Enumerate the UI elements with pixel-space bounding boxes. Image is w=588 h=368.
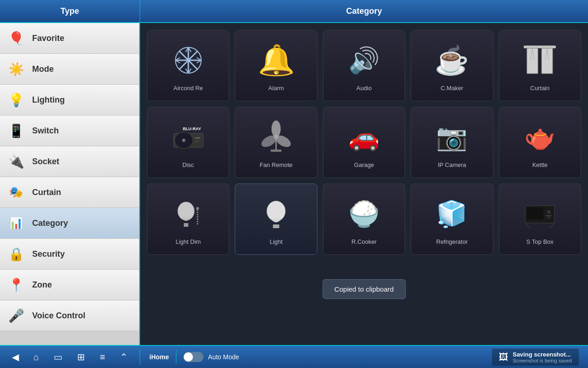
sidebar-item-socket[interactable]: 🔌 Socket [0, 146, 139, 177]
alarm-icon: 🔔 [255, 40, 297, 81]
svg-rect-45 [527, 207, 543, 219]
switch-icon: 📱 [7, 121, 25, 140]
sidebar-label-mode: Mode [32, 64, 54, 74]
curtain-sidebar-icon: 🎭 [7, 183, 25, 201]
svg-rect-42 [273, 224, 279, 226]
svg-rect-14 [527, 48, 538, 74]
lightdim-label: Light Dim [175, 238, 201, 245]
screenshot-title: Saving screenshot... [513, 351, 572, 358]
stb-label: S Top Box [526, 238, 554, 245]
header-category: Category [140, 0, 588, 22]
rcooker-icon: 🍚 [343, 193, 384, 235]
svg-line-50 [549, 223, 554, 229]
sidebar-label-switch: Switch [32, 126, 59, 136]
svg-rect-28 [195, 137, 200, 139]
cmaker-icon: ☕ [431, 40, 473, 81]
svg-point-47 [548, 216, 550, 219]
sidebar-item-favorite[interactable]: 🎈 Favorite [0, 23, 139, 54]
fridge-icon: 🧊 [431, 193, 473, 235]
alarm-label: Alarm [268, 85, 284, 92]
sidebar-label-security: Security [32, 249, 65, 259]
screenshot-button[interactable]: ⊞ [75, 349, 87, 365]
app-header: Type Category [0, 0, 588, 23]
voice-icon: 🎤 [7, 306, 25, 325]
kettle-label: Kettle [532, 161, 548, 168]
category-card-garage[interactable]: 🚗 Garage [323, 107, 405, 178]
sidebar-label-category: Category [32, 218, 68, 228]
ihome-label: iHome [149, 353, 169, 361]
disc-label: Disc [182, 161, 194, 168]
category-card-aircond[interactable]: Aircond Re [147, 30, 229, 101]
category-card-ipcamera[interactable]: 📷 IP Camera [411, 107, 493, 178]
category-card-rcooker[interactable]: 🍚 R.Cooker [323, 184, 405, 255]
sidebar-item-category[interactable]: 📊 Category [0, 208, 139, 239]
svg-point-46 [547, 210, 551, 214]
sidebar-item-lighting[interactable]: 💡 Lighting [0, 85, 139, 115]
ipcamera-icon: 📷 [431, 116, 473, 158]
toast-message: Copied to clipboard [334, 285, 394, 293]
sidebar-label-zone: Zone [32, 280, 52, 290]
category-card-light[interactable]: Light [235, 184, 317, 255]
category-card-disc[interactable]: BLU-RAY Disc [147, 107, 229, 178]
back-button[interactable]: ◀ [10, 349, 21, 365]
favorite-icon: 🎈 [7, 29, 25, 47]
lighting-icon: 💡 [7, 91, 25, 109]
garage-label: Garage [354, 161, 374, 168]
sidebar-item-security[interactable]: 🔒 Security [0, 239, 139, 270]
sidebar-item-curtain[interactable]: 🎭 Curtain [0, 177, 139, 208]
socket-icon: 🔌 [7, 152, 25, 171]
bottom-bar: ◀ ⌂ ▭ ⊞ ≡ ⌃ iHome Auto Mode 🖼 Saving scr… [0, 345, 588, 368]
ipcamera-label: IP Camera [438, 161, 466, 168]
screenshot-icon: 🖼 [499, 352, 508, 362]
sidebar-item-switch[interactable]: 📱 Switch [0, 115, 139, 146]
clipboard-toast: Copied to clipboard [322, 279, 406, 299]
category-card-lightdim[interactable]: Light Dim [147, 184, 229, 255]
category-card-fan[interactable]: Fan Remote [235, 107, 317, 178]
menu-button[interactable]: ≡ [97, 350, 107, 365]
sidebar-label-favorite: Favorite [32, 34, 64, 43]
toggle-knob [184, 352, 193, 362]
fridge-label: Refrigerator [436, 238, 468, 245]
svg-rect-29 [195, 141, 198, 142]
sidebar-label-lighting: Lighting [32, 95, 65, 105]
category-card-kettle[interactable]: 🫖 Kettle [499, 107, 581, 178]
category-card-cmaker[interactable]: ☕ C.Maker [411, 30, 493, 101]
up-button[interactable]: ⌃ [118, 349, 130, 365]
header-type: Type [0, 0, 140, 22]
sidebar-item-voice-control[interactable]: 🎤 Voice Control [0, 300, 139, 331]
category-card-alarm[interactable]: 🔔 Alarm [235, 30, 317, 101]
category-card-audio[interactable]: 🔊 Audio [323, 30, 405, 101]
svg-point-26 [183, 139, 185, 141]
cmaker-label: C.Maker [441, 85, 463, 92]
audio-label: Audio [356, 85, 372, 92]
home-button[interactable]: ⌂ [31, 350, 41, 365]
auto-mode-toggle[interactable] [183, 352, 204, 362]
svg-text:BLU-RAY: BLU-RAY [183, 126, 201, 131]
svg-rect-43 [273, 226, 279, 228]
audio-icon: 🔊 [343, 40, 384, 81]
sidebar-item-mode[interactable]: ☀️ Mode [0, 54, 139, 85]
svg-rect-48 [545, 215, 552, 216]
curtain-cat-icon [519, 40, 560, 81]
svg-line-49 [525, 223, 531, 229]
svg-point-40 [196, 207, 199, 210]
category-card-curtain[interactable]: Curtain [499, 30, 581, 101]
fan-icon [255, 116, 297, 158]
curtain-cat-label: Curtain [530, 85, 549, 92]
rcooker-label: R.Cooker [351, 238, 377, 245]
category-card-fridge[interactable]: 🧊 Refrigerator [411, 184, 493, 255]
category-grid: Aircond Re 🔔 Alarm 🔊 Audio ☕ C.Maker [147, 30, 581, 255]
bottom-status-area: iHome Auto Mode 🖼 Saving screenshot... S… [140, 349, 588, 366]
light-icon [255, 193, 297, 235]
svg-rect-18 [542, 48, 553, 74]
mode-icon: ☀️ [7, 60, 25, 78]
bottom-nav-area: ◀ ⌂ ▭ ⊞ ≡ ⌃ [0, 349, 140, 365]
main-area: 🎈 Favorite ☀️ Mode 💡 Lighting 📱 Switch 🔌… [0, 23, 588, 345]
sidebar-item-zone[interactable]: 📍 Zone [0, 270, 139, 300]
recent-apps-button[interactable]: ▭ [51, 349, 65, 365]
zone-icon: 📍 [7, 276, 25, 294]
sidebar-label-voice: Voice Control [32, 311, 85, 321]
screenshot-sub: Screenshot is being saved [513, 358, 572, 363]
svg-point-31 [271, 121, 281, 137]
category-card-stb[interactable]: S Top Box [499, 184, 581, 255]
